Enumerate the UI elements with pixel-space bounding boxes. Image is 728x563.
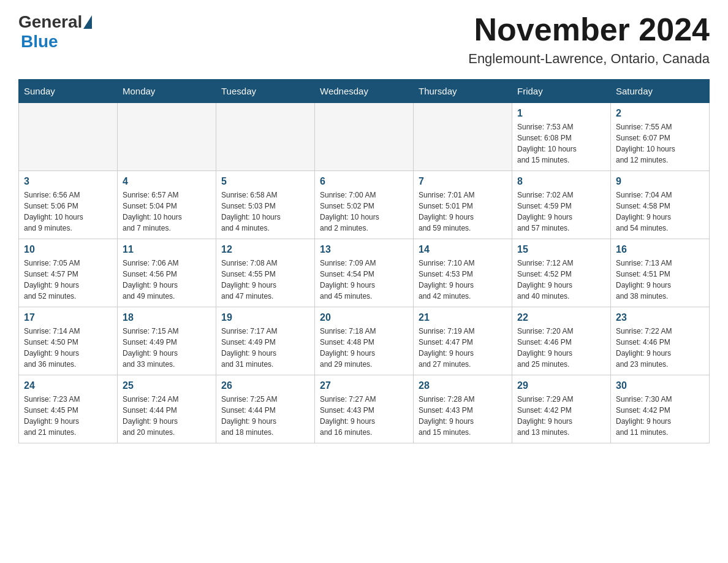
day-number: 4 [123,176,211,187]
weekday-header-saturday: Saturday [611,80,710,103]
day-number: 23 [616,312,704,323]
calendar-week-row: 10Sunrise: 7:05 AM Sunset: 4:57 PM Dayli… [19,239,710,307]
calendar-cell: 20Sunrise: 7:18 AM Sunset: 4:48 PM Dayli… [315,307,414,375]
calendar-cell: 5Sunrise: 6:58 AM Sunset: 5:03 PM Daylig… [216,171,315,239]
calendar-cell: 17Sunrise: 7:14 AM Sunset: 4:50 PM Dayli… [19,307,118,375]
calendar-cell: 1Sunrise: 7:53 AM Sunset: 6:08 PM Daylig… [512,103,611,171]
day-number: 22 [517,312,605,323]
calendar-cell: 28Sunrise: 7:28 AM Sunset: 4:43 PM Dayli… [414,375,512,443]
calendar-cell: 8Sunrise: 7:02 AM Sunset: 4:59 PM Daylig… [512,171,611,239]
day-info: Sunrise: 7:23 AM Sunset: 4:45 PM Dayligh… [24,394,112,438]
day-info: Sunrise: 7:30 AM Sunset: 4:42 PM Dayligh… [616,394,704,438]
day-number: 27 [320,380,408,391]
calendar-cell: 11Sunrise: 7:06 AM Sunset: 4:56 PM Dayli… [118,239,216,307]
calendar-cell: 15Sunrise: 7:12 AM Sunset: 4:52 PM Dayli… [512,239,611,307]
day-number: 16 [616,244,704,255]
day-info: Sunrise: 7:53 AM Sunset: 6:08 PM Dayligh… [517,121,605,166]
day-number: 17 [24,312,112,323]
day-info: Sunrise: 7:22 AM Sunset: 4:46 PM Dayligh… [616,326,704,370]
day-number: 5 [221,176,309,187]
logo-area: General Blue [18,12,93,52]
day-info: Sunrise: 7:09 AM Sunset: 4:54 PM Dayligh… [320,258,408,302]
calendar-cell [315,103,414,171]
calendar-cell: 2Sunrise: 7:55 AM Sunset: 6:07 PM Daylig… [611,103,710,171]
day-info: Sunrise: 7:02 AM Sunset: 4:59 PM Dayligh… [517,190,605,234]
day-number: 1 [517,108,605,119]
day-number: 10 [24,244,112,255]
day-number: 6 [320,176,408,187]
day-info: Sunrise: 7:14 AM Sunset: 4:50 PM Dayligh… [24,326,112,370]
day-number: 13 [320,244,408,255]
calendar-cell: 12Sunrise: 7:08 AM Sunset: 4:55 PM Dayli… [216,239,315,307]
day-info: Sunrise: 7:08 AM Sunset: 4:55 PM Dayligh… [221,258,309,302]
day-info: Sunrise: 7:29 AM Sunset: 4:42 PM Dayligh… [517,394,605,438]
calendar-cell [19,103,118,171]
calendar-cell: 24Sunrise: 7:23 AM Sunset: 4:45 PM Dayli… [19,375,118,443]
day-number: 12 [221,244,309,255]
calendar-cell [414,103,512,171]
calendar-cell: 29Sunrise: 7:29 AM Sunset: 4:42 PM Dayli… [512,375,611,443]
calendar-cell: 16Sunrise: 7:13 AM Sunset: 4:51 PM Dayli… [611,239,710,307]
logo-blue-text: Blue [21,32,58,51]
day-info: Sunrise: 7:12 AM Sunset: 4:52 PM Dayligh… [517,258,605,302]
day-info: Sunrise: 7:15 AM Sunset: 4:49 PM Dayligh… [123,326,211,370]
day-number: 26 [221,380,309,391]
calendar-cell: 10Sunrise: 7:05 AM Sunset: 4:57 PM Dayli… [19,239,118,307]
weekday-header-sunday: Sunday [19,80,118,103]
day-number: 3 [24,176,112,187]
calendar-cell [216,103,315,171]
calendar-cell: 14Sunrise: 7:10 AM Sunset: 4:53 PM Dayli… [414,239,512,307]
month-title: November 2024 [468,12,710,47]
day-number: 24 [24,380,112,391]
day-number: 21 [419,312,507,323]
logo-triangle-icon [83,15,92,29]
weekday-header-monday: Monday [118,80,216,103]
calendar-cell: 30Sunrise: 7:30 AM Sunset: 4:42 PM Dayli… [611,375,710,443]
calendar-cell: 13Sunrise: 7:09 AM Sunset: 4:54 PM Dayli… [315,239,414,307]
calendar-week-row: 17Sunrise: 7:14 AM Sunset: 4:50 PM Dayli… [19,307,710,375]
calendar-week-row: 24Sunrise: 7:23 AM Sunset: 4:45 PM Dayli… [19,375,710,443]
logo: General [18,12,93,32]
day-info: Sunrise: 7:19 AM Sunset: 4:47 PM Dayligh… [419,326,507,370]
calendar-cell: 19Sunrise: 7:17 AM Sunset: 4:49 PM Dayli… [216,307,315,375]
day-info: Sunrise: 7:06 AM Sunset: 4:56 PM Dayligh… [123,258,211,302]
day-number: 30 [616,380,704,391]
weekday-header-thursday: Thursday [414,80,512,103]
day-info: Sunrise: 7:20 AM Sunset: 4:46 PM Dayligh… [517,326,605,370]
calendar-cell: 3Sunrise: 6:56 AM Sunset: 5:06 PM Daylig… [19,171,118,239]
day-info: Sunrise: 6:57 AM Sunset: 5:04 PM Dayligh… [123,190,211,234]
calendar-cell: 21Sunrise: 7:19 AM Sunset: 4:47 PM Dayli… [414,307,512,375]
header: General Blue November 2024 Englemount-La… [18,12,710,67]
calendar-cell: 26Sunrise: 7:25 AM Sunset: 4:44 PM Dayli… [216,375,315,443]
day-number: 28 [419,380,507,391]
calendar-cell: 25Sunrise: 7:24 AM Sunset: 4:44 PM Dayli… [118,375,216,443]
day-number: 9 [616,176,704,187]
day-number: 18 [123,312,211,323]
day-info: Sunrise: 7:55 AM Sunset: 6:07 PM Dayligh… [616,121,704,166]
day-info: Sunrise: 7:10 AM Sunset: 4:53 PM Dayligh… [419,258,507,302]
day-number: 14 [419,244,507,255]
day-number: 15 [517,244,605,255]
weekday-header-row: SundayMondayTuesdayWednesdayThursdayFrid… [19,80,710,103]
calendar-week-row: 3Sunrise: 6:56 AM Sunset: 5:06 PM Daylig… [19,171,710,239]
day-info: Sunrise: 7:17 AM Sunset: 4:49 PM Dayligh… [221,326,309,370]
day-info: Sunrise: 7:18 AM Sunset: 4:48 PM Dayligh… [320,326,408,370]
calendar-cell: 4Sunrise: 6:57 AM Sunset: 5:04 PM Daylig… [118,171,216,239]
day-info: Sunrise: 6:58 AM Sunset: 5:03 PM Dayligh… [221,190,309,234]
day-info: Sunrise: 7:24 AM Sunset: 4:44 PM Dayligh… [123,394,211,438]
day-info: Sunrise: 7:01 AM Sunset: 5:01 PM Dayligh… [419,190,507,234]
day-info: Sunrise: 7:25 AM Sunset: 4:44 PM Dayligh… [221,394,309,438]
logo-general-text: General [18,12,82,32]
day-number: 2 [616,108,704,119]
day-number: 20 [320,312,408,323]
day-number: 29 [517,380,605,391]
day-number: 11 [123,244,211,255]
day-info: Sunrise: 7:27 AM Sunset: 4:43 PM Dayligh… [320,394,408,438]
calendar-cell: 18Sunrise: 7:15 AM Sunset: 4:49 PM Dayli… [118,307,216,375]
day-info: Sunrise: 7:13 AM Sunset: 4:51 PM Dayligh… [616,258,704,302]
weekday-header-tuesday: Tuesday [216,80,315,103]
calendar-cell: 27Sunrise: 7:27 AM Sunset: 4:43 PM Dayli… [315,375,414,443]
title-area: November 2024 Englemount-Lawrence, Ontar… [468,12,710,67]
calendar-cell: 22Sunrise: 7:20 AM Sunset: 4:46 PM Dayli… [512,307,611,375]
calendar-cell: 6Sunrise: 7:00 AM Sunset: 5:02 PM Daylig… [315,171,414,239]
